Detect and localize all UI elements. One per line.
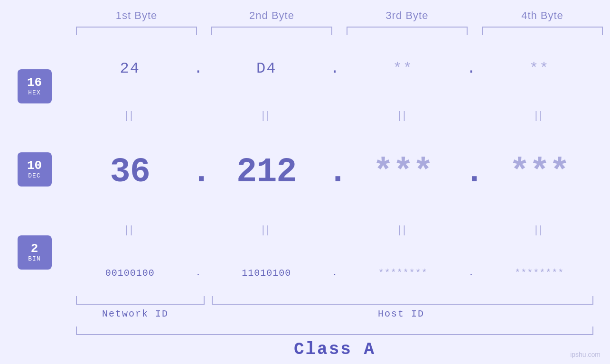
dot-1: . [191,61,206,76]
byte2-header: 2nd Byte [204,9,339,22]
host-id-label: Host ID [202,308,601,319]
dec-byte3: *** [342,153,464,192]
bracket-4 [482,27,603,35]
byte1-header: 1st Byte [69,9,204,22]
eq2: || [206,109,328,121]
dot-bin-1: . [191,268,206,278]
bracket-2 [211,27,332,35]
byte-headers: 1st Byte 2nd Byte 3rd Byte 4th Byte [0,0,610,22]
bin-badge: 2 BIN [18,235,52,270]
bracket-3 [347,27,468,35]
dot-dec-2: . [328,155,342,189]
bottom-brackets [69,296,601,305]
hex-badge: 16 HEX [18,69,52,103]
dot-bin-3: . [464,268,479,278]
bin-byte1: 00100100 [69,268,191,279]
eq1: || [69,109,191,121]
eq3: || [342,109,464,121]
hex-byte3: ** [342,60,464,77]
bin-byte4: ******** [479,268,601,279]
bin-data-row: 00100100 . 11010100 . ******** . *******… [69,268,601,279]
bin-byte2: 11010100 [206,268,328,279]
labels-row: Network ID Host ID [69,308,601,319]
dot-bin-2: . [328,268,342,278]
eq6: || [206,224,328,236]
bottom-bracket-network [76,296,205,305]
eq5: || [69,224,191,236]
dec-byte4: *** [479,153,601,192]
dot-3: . [464,61,479,76]
dot-dec-1: . [191,155,206,189]
hex-badge-label: HEX [28,89,40,96]
bin-badge-label: BIN [28,255,40,262]
dot-2: . [328,61,342,76]
bin-badge-number: 2 [31,242,38,256]
byte4-header: 4th Byte [475,9,610,22]
dec-data-row: 36 . 212 . *** . *** [69,153,601,192]
dec-badge: 10 DEC [18,152,52,187]
hex-byte1: 24 [69,60,191,77]
bracket-1 [76,27,197,35]
top-brackets [0,27,610,35]
byte3-header: 3rd Byte [339,9,475,22]
bytes-grid: 24 . D4 . ** . ** || || || || 36 [69,45,610,294]
dec-byte2: 212 [206,153,328,192]
dec-badge-label: DEC [28,172,40,179]
full-bottom-bracket [76,327,593,335]
main-container: 1st Byte 2nd Byte 3rd Byte 4th Byte 16 H… [0,0,610,364]
watermark: ipshu.com [570,351,601,358]
bottom-bracket-host [212,296,593,305]
bin-byte3: ******** [342,268,464,279]
badges-column: 16 HEX 10 DEC 2 BIN [0,45,69,294]
hex-badge-number: 16 [27,76,42,90]
hex-byte2: D4 [206,60,328,77]
hex-data-row: 24 . D4 . ** . ** [69,60,601,77]
dec-byte1: 36 [69,153,191,192]
hex-byte4: ** [479,60,601,77]
equals-row-1: || || || || [69,109,601,121]
eq8: || [479,224,601,236]
content-area: 16 HEX 10 DEC 2 BIN 24 . D4 . ** . ** [0,45,610,294]
network-id-label: Network ID [69,308,202,319]
eq7: || [342,224,464,236]
equals-row-2: || || || || [69,224,601,236]
dec-badge-number: 10 [27,159,42,173]
eq4: || [479,109,601,121]
dot-dec-3: . [464,155,479,189]
bottom-section: Network ID Host ID Class A [0,296,610,364]
class-label: Class A [69,340,601,359]
